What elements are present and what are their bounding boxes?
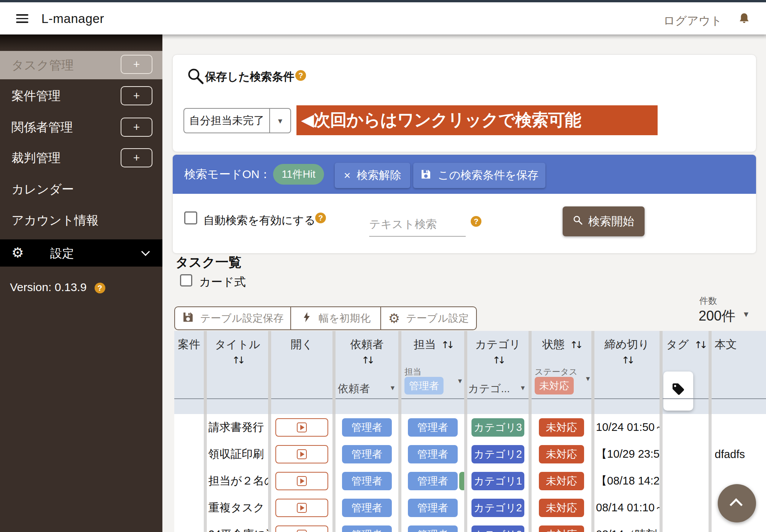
one-click-search-banner: ◀次回からはワンクリックで検索可能: [296, 105, 658, 135]
table-body: 請求書発行 管理者 管理者 カテゴリ3 未対応 10/24 01:50～ 領収証…: [174, 414, 766, 532]
reset-width-button[interactable]: 幅を初期化: [290, 307, 380, 329]
logout-link[interactable]: ログアウト: [663, 13, 722, 29]
card-view-label: カード式: [199, 274, 246, 290]
task-title: 領収証印刷: [207, 447, 264, 462]
notification-bell-icon[interactable]: [738, 12, 751, 27]
open-task-button[interactable]: [275, 472, 328, 490]
page: L-manager ログアウト タスク管理 + 案件管理 + 関係者管理 + 裁…: [0, 0, 766, 532]
add-trial-button[interactable]: +: [121, 148, 152, 167]
open-task-button[interactable]: [275, 499, 328, 517]
column-header-body: 本文: [712, 331, 766, 414]
requester-chip[interactable]: 管理者: [342, 445, 392, 463]
play-icon: [297, 530, 307, 532]
search-panel-card: 検索モードON： 11件Hit × 検索解除 この検索: [172, 154, 756, 254]
saved-search-preset-dropdown[interactable]: 自分担当未完了 ▾: [183, 108, 291, 133]
deadline: 08/14（時刻: [594, 527, 657, 532]
sidebar-item-account-info[interactable]: アカウント情報: [0, 206, 162, 234]
save-search-button[interactable]: この検索条件を保存: [413, 163, 545, 188]
sort-icon[interactable]: ↑↓: [467, 355, 529, 366]
column-header-category: カテゴリ ↑↓ カテゴ... ▾: [467, 331, 529, 414]
sidebar-item-calendar[interactable]: カレンダー: [0, 175, 162, 203]
category-chip[interactable]: カテゴリ2: [471, 525, 524, 532]
category-chip[interactable]: カテゴリ2: [471, 445, 524, 463]
text-search-input[interactable]: [369, 212, 466, 237]
open-task-button[interactable]: [275, 445, 328, 463]
status-filter-chip[interactable]: 未対応: [535, 377, 574, 394]
play-icon: [297, 476, 307, 486]
column-header-deadline: 締め切り ↑↓: [594, 331, 660, 414]
open-task-button[interactable]: [275, 525, 328, 532]
help-icon[interactable]: ?: [95, 283, 105, 293]
clear-search-button[interactable]: × 検索解除: [335, 163, 410, 188]
second-assignee-chip[interactable]: [459, 472, 464, 490]
app-bar: L-manager ログアウト: [0, 2, 766, 34]
scroll-to-top-button[interactable]: [718, 484, 756, 522]
card-view-checkbox[interactable]: [180, 274, 192, 286]
deadline: 【10/29 23:59: [594, 447, 660, 462]
deadline: 10/24 01:50～: [594, 420, 660, 435]
table-row: 領収証印刷 管理者 管理者 カテゴリ2 未対応 【10/29 23:59 dfa…: [174, 441, 766, 468]
caret-down-icon: ▾: [521, 383, 525, 392]
sort-icon[interactable]: ↑↓: [336, 355, 398, 366]
assignee-chip[interactable]: 管理者: [408, 499, 458, 517]
auto-search-checkbox[interactable]: [184, 211, 197, 224]
search-mode-label: 検索モードON：: [184, 155, 271, 194]
row-count-value: 200件: [697, 307, 758, 326]
preset-value: 自分担当未完了: [184, 109, 269, 133]
status-chip[interactable]: 未対応: [539, 418, 584, 437]
column-header-title: タイトル ↑↓: [207, 331, 268, 414]
status-chip[interactable]: 未対応: [539, 472, 584, 490]
assignee-chip[interactable]: 管理者: [408, 418, 458, 437]
assignee-filter-chip[interactable]: 管理者: [404, 377, 444, 394]
app-title: L-manager: [41, 11, 104, 26]
floppy-icon: [420, 169, 432, 183]
table-row: 24平倉庫に清 管理者 管理者 カテゴリ2 未対応 08/14（時刻: [174, 521, 766, 532]
help-icon[interactable]: ?: [295, 70, 306, 81]
assignee-chip[interactable]: 管理者: [408, 472, 458, 490]
caret-down-icon[interactable]: ▾: [458, 376, 462, 385]
assignee-chip[interactable]: 管理者: [408, 525, 458, 532]
category-filter-select[interactable]: カテゴ... ▾: [468, 381, 527, 396]
hit-count-badge: 11件Hit: [273, 164, 324, 185]
add-task-button[interactable]: +: [121, 55, 152, 74]
table-settings-button[interactable]: ⚙ テーブル設定: [380, 307, 476, 329]
sort-icon[interactable]: ↑↓: [207, 355, 268, 366]
gear-icon: ⚙: [11, 245, 24, 260]
category-chip[interactable]: カテゴリ2: [471, 499, 524, 517]
sort-icon: ↑↓: [441, 339, 452, 350]
status-chip[interactable]: 未対応: [539, 499, 584, 517]
assignee-chip[interactable]: 管理者: [408, 445, 458, 463]
requester-chip[interactable]: 管理者: [342, 472, 392, 490]
auto-search-label: 自動検索を有効にする: [203, 213, 316, 228]
row-count-select[interactable]: 件数 200件 ▾: [697, 295, 758, 326]
requester-filter-select[interactable]: 依頼者 ▾: [338, 381, 397, 396]
help-icon[interactable]: ?: [315, 213, 326, 223]
add-party-button[interactable]: +: [121, 118, 152, 137]
save-table-settings-button[interactable]: テーブル設定保存: [175, 307, 290, 329]
help-icon[interactable]: ?: [471, 216, 481, 227]
status-chip[interactable]: 未対応: [539, 525, 584, 532]
open-task-button[interactable]: [275, 418, 328, 437]
start-search-button[interactable]: 検索開始: [563, 206, 645, 236]
sidebar-item-settings[interactable]: ⚙ 設定: [0, 239, 162, 267]
search-mode-bar: 検索モードON： 11件Hit × 検索解除 この検索: [173, 155, 756, 194]
category-chip[interactable]: カテゴリ1: [471, 472, 524, 490]
status-chip[interactable]: 未対応: [539, 445, 584, 463]
category-chip[interactable]: カテゴリ3: [471, 418, 524, 437]
play-icon: [297, 422, 307, 432]
sort-icon[interactable]: ↑↓: [594, 355, 660, 366]
assignee-filter-label: 担当: [404, 366, 421, 378]
top-border: [0, 0, 766, 2]
version-text: Version: 0.13.9 ?: [10, 281, 105, 294]
task-title: 重複タスク: [207, 500, 265, 516]
add-case-button[interactable]: +: [121, 86, 152, 105]
column-header-status: 状態↑↓ ステータス 未対応 ▾: [532, 331, 591, 414]
table-row: 担当が２名の 管理者 管理者 カテゴリ1 未対応 【08/18 14:20: [174, 468, 766, 494]
requester-chip[interactable]: 管理者: [342, 499, 392, 517]
hamburger-menu-icon[interactable]: [16, 14, 28, 23]
requester-chip[interactable]: 管理者: [342, 525, 392, 532]
tag-filter-button[interactable]: [663, 372, 693, 411]
play-icon: [297, 503, 307, 513]
requester-chip[interactable]: 管理者: [342, 418, 392, 437]
caret-down-icon[interactable]: ▾: [586, 374, 590, 383]
